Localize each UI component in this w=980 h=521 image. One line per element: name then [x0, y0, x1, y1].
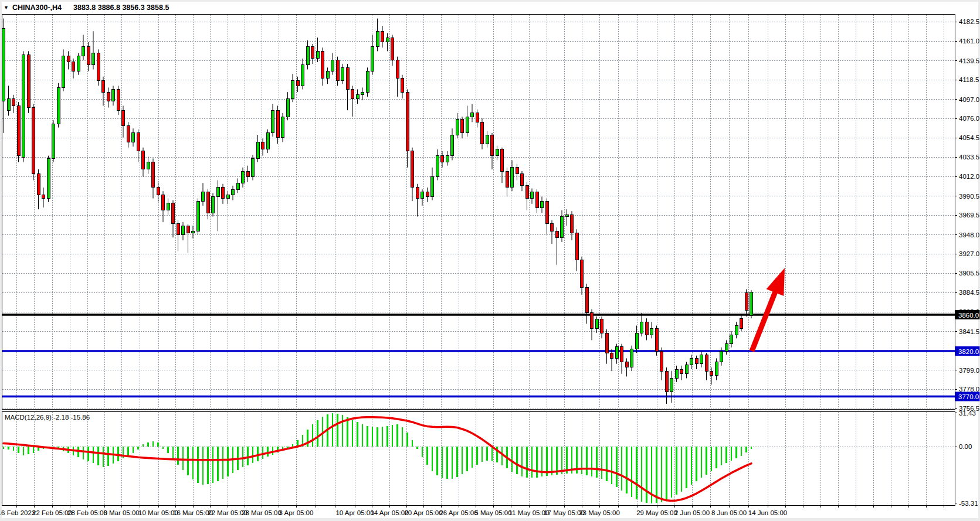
time-tick-label: 23 May 05:00: [579, 509, 620, 516]
time-tick-label: 20 Apr 05:00: [404, 509, 442, 516]
price-tick-label: 3778.0: [959, 386, 979, 393]
time-tick-label: 11 May 05:00: [509, 509, 550, 516]
price-tick-label: 4076.0: [959, 115, 979, 122]
time-tick-label: 5 May 05:00: [474, 509, 511, 516]
candle: [655, 326, 658, 356]
time-tick-label: 6 Mar 05:00: [103, 509, 139, 516]
candle: [27, 51, 30, 113]
price-tick-label: 4118.5: [959, 76, 979, 83]
candle: [97, 49, 100, 86]
time-tick-label: 26 Apr 05:00: [439, 509, 477, 516]
candle: [17, 102, 20, 162]
price-tick-label: 3905.5: [959, 270, 979, 277]
level-price-text: 3820.0: [958, 348, 979, 355]
price-tick-label: 4012.0: [959, 173, 979, 180]
time-tick-label: 14 Jun 05:00: [748, 509, 788, 516]
candle: [196, 199, 199, 235]
time-tick-label: 28 Mar 05:00: [242, 509, 282, 516]
macd-tick-label: 31.43: [959, 410, 976, 417]
ohlc-readout: 3883.8 3886.8 3856.3 3858.5: [73, 4, 169, 12]
candle: [252, 155, 255, 180]
time-tick-label: 28 Feb 05:00: [67, 509, 107, 516]
time-tick-label: 2 Jun 05:00: [674, 509, 710, 516]
price-tick-label: 3884.5: [959, 289, 979, 296]
time-tick-label: 10 Mar 05:00: [138, 509, 178, 516]
price-tick-label: 4139.5: [959, 57, 979, 64]
price-tick-label: 4033.5: [959, 154, 979, 161]
time-tick-label: 8 Jun 05:00: [711, 509, 747, 516]
symbol-dropdown-icon[interactable]: ▼: [4, 5, 9, 11]
chart-window: 4182.54161.04139.54118.54097.04076.04054…: [0, 0, 980, 521]
macd-indicator-label: MACD(12,26,9) -2.18 -15.86: [5, 414, 90, 421]
candle: [62, 49, 65, 91]
price-tick-label: 3927.0: [959, 250, 979, 257]
candle: [212, 193, 215, 216]
candle: [57, 83, 60, 128]
candle: [630, 346, 633, 371]
time-tick-label: 10 Apr 05:00: [335, 509, 374, 516]
time-tick-label: 16 Feb 2023: [0, 509, 35, 516]
time-tick-label: 14 Apr 05:00: [370, 509, 408, 516]
time-tick-label: 3 Apr 05:00: [279, 509, 314, 516]
trading-chart: 4182.54161.04139.54118.54097.04076.04054…: [0, 0, 980, 521]
price-tick-label: 3948.0: [959, 231, 979, 239]
time-tick-label: 29 May 05:00: [636, 509, 677, 516]
price-tick-label: 3841.5: [959, 328, 979, 335]
price-tick-label: 4097.0: [959, 96, 979, 103]
price-tick-label: 3969.5: [959, 212, 979, 219]
time-tick-label: 22 Feb 05:00: [32, 509, 72, 516]
time-tick-label: 16 Mar 05:00: [173, 509, 213, 516]
candle: [750, 290, 753, 318]
level-price-text: 3770.0: [958, 393, 979, 400]
candle: [266, 130, 269, 153]
price-tick-label: 4161.0: [959, 38, 979, 45]
candle: [282, 113, 284, 142]
candle: [32, 104, 35, 180]
candle: [47, 156, 50, 202]
macd-tick-label: 0.00: [959, 443, 972, 450]
candle: [22, 51, 25, 162]
price-tick-label: 4054.5: [959, 134, 979, 141]
candle: [117, 86, 120, 115]
chart-canvas: 4182.54161.04139.54118.54097.04076.04054…: [0, 0, 980, 521]
macd-tick-label: -53.31: [959, 500, 978, 507]
price-tick-label: 3799.0: [959, 367, 979, 374]
price-tick-label: 4182.5: [959, 18, 979, 25]
candle: [366, 67, 369, 97]
symbol-period-label: CHINA300-,H4: [12, 4, 62, 12]
candle: [52, 120, 55, 162]
price-tick-label: 3990.5: [959, 193, 979, 200]
level-price-text: 3860.0: [958, 312, 979, 319]
